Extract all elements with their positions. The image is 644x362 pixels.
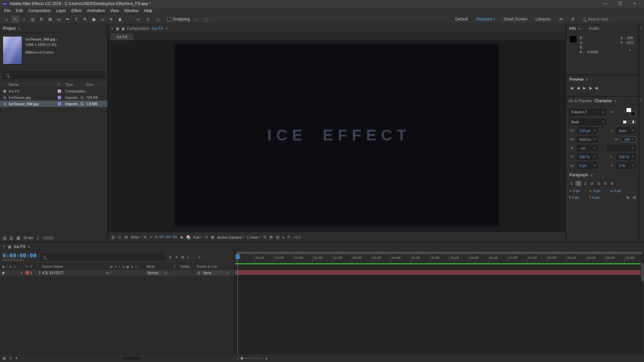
collapse-panel-icon[interactable]: » [640,26,642,29]
workspace-small-screen[interactable]: Small Screen [503,17,527,21]
menu-edit[interactable]: Edit [13,8,25,13]
collapse-panel-icon[interactable]: » [640,98,642,101]
horizontal-scale-select[interactable]: 100 % ▾ [616,154,636,160]
menu-composition[interactable]: Composition [25,8,53,13]
label-chip[interactable] [58,96,61,99]
graph-editor-icon[interactable]: ∿ [198,255,201,259]
render-queue-icon[interactable]: ◉ [3,356,6,360]
space-before-value[interactable]: 0 px [572,195,579,199]
kerning-select[interactable]: Metrics ▾ [577,136,598,142]
close-tab-icon[interactable]: × [3,244,5,249]
timeline-track-area[interactable]: 00f00:15f01:00f01:15f02:00f02:15f03:00f0… [235,251,644,354]
label-column-icon[interactable]: ✦ [24,265,30,268]
type-tool-icon[interactable]: T [72,15,80,23]
eyedropper-icon[interactable]: ✑ [608,110,614,114]
snap-edges-icon[interactable]: ◇ [193,15,201,23]
close-tab-icon[interactable]: × [111,26,113,31]
draft-3d-icon[interactable]: ⊙ [9,356,12,360]
pixel-aspect-icon[interactable]: ⊟ [263,235,266,239]
stroke-color-swatch[interactable] [631,112,636,116]
snapshot-icon[interactable]: ◉ [180,235,183,239]
parent-select[interactable]: None ▾ [202,270,230,276]
lock-icon[interactable] [122,28,124,30]
column-size[interactable]: Size [86,82,103,86]
roto-brush-tool-icon[interactable]: ✳ [107,15,115,23]
align-left-button[interactable] [569,181,575,186]
panel-menu-icon[interactable]: ≡ [586,77,588,81]
text-direction-ltr-icon[interactable]: ¶▸ [626,196,630,199]
tab-audio[interactable]: Audio [589,26,599,31]
menu-layer[interactable]: Layer [53,8,69,13]
panel-menu-icon[interactable]: ≡ [578,26,580,31]
shy-layers-toggle-icon[interactable]: ✦ [175,255,178,259]
workspace-bar-icon[interactable]: ⊞ [571,17,575,21]
column-type[interactable]: Type [65,82,86,86]
tab-composition-label[interactable]: Composition [127,26,149,31]
resolution-select[interactable]: Full ▾ [194,235,202,239]
grid-guides-icon[interactable]: ⊞ [144,235,147,239]
workspace-menu-icon[interactable]: ≡ [493,17,495,21]
project-row[interactable]: ▨ IceTexure.jpg Importe...G 728 KB [0,94,107,101]
composition-mini-flowchart-icon[interactable]: ≋ [169,255,172,259]
view-axis-icon[interactable]: ⊿ [154,15,162,23]
font-family-select[interactable]: Futura LT ▾ [569,109,606,115]
timeline-ruler[interactable]: 00f00:15f01:00f01:15f02:00f02:15f03:00f0… [235,254,644,263]
baseline-shift-select[interactable]: 0 px ▾ [577,162,598,169]
layer-track-row[interactable] [235,269,644,276]
workspace-default[interactable]: Default [455,17,468,21]
brush-tool-icon[interactable]: ✎ [81,15,89,23]
timeline-horizontal-scrollbar[interactable] [123,357,140,360]
panel-menu-icon[interactable]: ≡ [590,173,592,177]
show-channels-icon[interactable] [186,235,191,239]
layer-name[interactable]: ICE EFFECT [42,271,103,275]
layer-expand-icon[interactable]: ▸ [19,271,24,275]
timeline-button-icon[interactable]: ▤ [276,235,279,239]
fill-over-stroke-icon[interactable] [632,120,636,124]
previous-frame-button[interactable]: ◀| [577,86,579,90]
column-parent-link[interactable]: Parent & Link [195,265,234,268]
space-after-value[interactable]: 0 px [592,195,599,199]
new-folder-icon[interactable]: ▥ [9,236,13,240]
blend-mode-select[interactable]: Normal ▾ [146,270,168,276]
restore-button[interactable]: ❐ [612,0,627,7]
world-axis-icon[interactable]: ⇅ [144,15,152,23]
pen-tool-icon[interactable]: ✒ [64,15,71,23]
tracking-field[interactable]: 200 ▾ [621,136,636,142]
panel-menu-icon[interactable]: ≡ [18,26,20,31]
workspace-overflow-icon[interactable]: ≫ [559,17,563,21]
scrollbar-thumb[interactable] [641,263,644,282]
justify-all-button[interactable] [609,181,615,186]
trash-icon[interactable]: ▯ [37,236,39,240]
hand-tool-icon[interactable]: ☝ [20,15,28,23]
fast-previews-icon[interactable]: ◩ [269,235,273,239]
zoom-in-icon[interactable]: ▲ [265,357,268,360]
tab-character[interactable]: Character [594,99,612,103]
panel-menu-icon[interactable]: ≡ [28,245,30,249]
bit-depth-button[interactable]: 32 bpc [23,236,34,240]
tab-project[interactable]: Project [3,26,15,31]
live-update-icon[interactable]: ✦ [15,356,18,360]
interpret-footage-icon[interactable]: ▤ [3,236,6,240]
home-tool-icon[interactable]: ⌂ [3,15,10,23]
justify-last-right-button[interactable] [602,181,608,186]
column-name[interactable]: Name [2,82,58,86]
panel-menu-icon[interactable]: ≡ [166,26,168,31]
camera-select[interactable]: Active Camera ▾ [217,235,244,239]
text-direction-rtl-icon[interactable]: ◂¶ [633,196,636,199]
flowchart-button-icon[interactable]: ♦ [282,235,284,239]
panel-menu-icon[interactable]: ≡ [614,99,616,103]
magnification-select[interactable]: 50% ▾ [131,235,141,239]
clone-stamp-tool-icon[interactable]: ◉ [90,15,98,23]
tsume-select[interactable]: 0 % ▾ [616,162,636,169]
indent-right-value[interactable]: 0 px [593,189,600,193]
first-line-indent-value[interactable]: 0 px [614,189,621,193]
mask-visibility-icon[interactable]: ⌗ [150,235,152,239]
project-search-input[interactable] [11,73,102,77]
layer-label-chip[interactable] [25,271,29,275]
justify-last-left-button[interactable] [589,181,595,186]
menu-window[interactable]: Window [121,8,141,13]
pickwhip-icon[interactable]: @ [197,271,200,275]
label-chip[interactable] [58,89,61,93]
preview-toggle-icon[interactable]: ◫ [118,235,121,239]
layer-visibility-icon[interactable]: ◉ [2,271,5,275]
